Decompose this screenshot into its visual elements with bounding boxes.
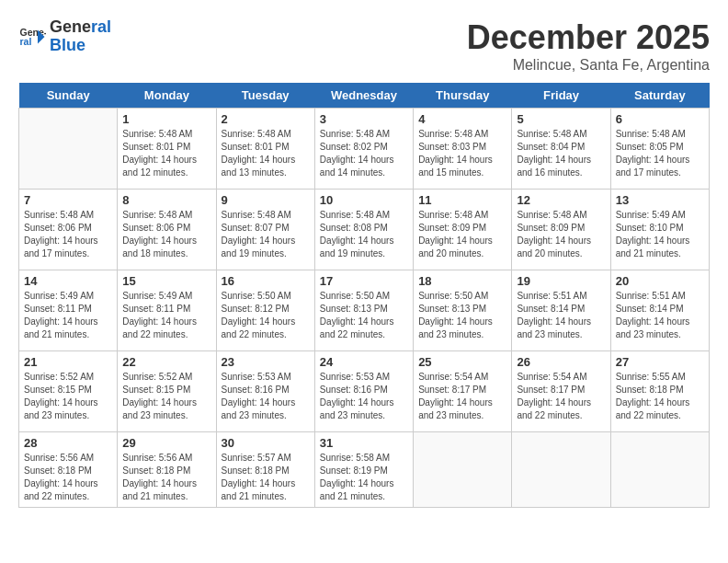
day-info: Sunrise: 5:49 AMSunset: 8:10 PMDaylight:… [616, 209, 704, 260]
day-number: 10 [320, 193, 408, 207]
day-header-friday: Friday [512, 83, 610, 109]
subtitle: Melincue, Santa Fe, Argentina [467, 57, 710, 74]
day-number: 16 [222, 274, 310, 288]
day-info: Sunrise: 5:48 AMSunset: 8:01 PMDaylight:… [122, 128, 210, 179]
day-number: 3 [320, 112, 408, 126]
calendar-cell [610, 432, 709, 508]
calendar-cell: 24Sunrise: 5:53 AMSunset: 8:16 PMDayligh… [314, 351, 413, 432]
month-title: December 2025 [467, 18, 710, 57]
calendar-cell: 26Sunrise: 5:54 AMSunset: 8:17 PMDayligh… [512, 351, 610, 432]
day-info: Sunrise: 5:48 AMSunset: 8:04 PMDaylight:… [517, 128, 605, 179]
calendar-cell [512, 432, 610, 508]
day-number: 20 [616, 274, 704, 288]
day-number: 22 [122, 355, 210, 369]
day-number: 14 [24, 274, 112, 288]
calendar-cell: 20Sunrise: 5:51 AMSunset: 8:14 PMDayligh… [610, 270, 709, 351]
calendar-cell: 14Sunrise: 5:49 AMSunset: 8:11 PMDayligh… [19, 270, 118, 351]
day-number: 29 [122, 436, 210, 450]
day-number: 17 [320, 274, 408, 288]
calendar-cell: 22Sunrise: 5:52 AMSunset: 8:15 PMDayligh… [118, 351, 216, 432]
day-number: 12 [517, 193, 605, 207]
day-header-wednesday: Wednesday [314, 83, 413, 109]
day-info: Sunrise: 5:48 AMSunset: 8:06 PMDaylight:… [24, 209, 112, 260]
calendar-cell: 11Sunrise: 5:48 AMSunset: 8:09 PMDayligh… [414, 190, 512, 270]
calendar-week-row: 1Sunrise: 5:48 AMSunset: 8:01 PMDaylight… [19, 109, 710, 190]
day-info: Sunrise: 5:48 AMSunset: 8:08 PMDaylight:… [320, 209, 408, 260]
day-info: Sunrise: 5:51 AMSunset: 8:14 PMDaylight:… [616, 290, 704, 341]
day-number: 21 [24, 355, 112, 369]
day-info: Sunrise: 5:48 AMSunset: 8:07 PMDaylight:… [222, 209, 310, 260]
day-number: 11 [418, 193, 506, 207]
calendar-cell [414, 432, 512, 508]
day-info: Sunrise: 5:48 AMSunset: 8:05 PMDaylight:… [616, 128, 704, 179]
day-header-monday: Monday [118, 83, 216, 109]
day-header-thursday: Thursday [414, 83, 512, 109]
day-info: Sunrise: 5:55 AMSunset: 8:18 PMDaylight:… [616, 371, 704, 422]
calendar-cell: 27Sunrise: 5:55 AMSunset: 8:18 PMDayligh… [610, 351, 709, 432]
day-number: 13 [616, 193, 704, 207]
calendar-cell: 5Sunrise: 5:48 AMSunset: 8:04 PMDaylight… [512, 109, 610, 190]
calendar-cell: 23Sunrise: 5:53 AMSunset: 8:16 PMDayligh… [216, 351, 314, 432]
day-header-tuesday: Tuesday [216, 83, 314, 109]
day-number: 28 [24, 436, 112, 450]
calendar-cell: 25Sunrise: 5:54 AMSunset: 8:17 PMDayligh… [414, 351, 512, 432]
calendar-cell: 15Sunrise: 5:49 AMSunset: 8:11 PMDayligh… [118, 270, 216, 351]
calendar-week-row: 14Sunrise: 5:49 AMSunset: 8:11 PMDayligh… [19, 270, 710, 351]
day-number: 23 [222, 355, 310, 369]
calendar-cell: 17Sunrise: 5:50 AMSunset: 8:13 PMDayligh… [314, 270, 413, 351]
calendar-body: 1Sunrise: 5:48 AMSunset: 8:01 PMDaylight… [19, 109, 710, 508]
calendar-cell: 1Sunrise: 5:48 AMSunset: 8:01 PMDaylight… [118, 109, 216, 190]
day-number: 2 [222, 112, 310, 126]
day-info: Sunrise: 5:49 AMSunset: 8:11 PMDaylight:… [24, 290, 112, 341]
logo: Gene- ral General Blue [18, 18, 111, 55]
day-number: 30 [222, 436, 310, 450]
calendar-cell: 2Sunrise: 5:48 AMSunset: 8:01 PMDaylight… [216, 109, 314, 190]
day-number: 8 [122, 193, 210, 207]
page-header: Gene- ral General Blue December 2025 Mel… [18, 18, 710, 74]
calendar-week-row: 28Sunrise: 5:56 AMSunset: 8:18 PMDayligh… [19, 432, 710, 508]
day-info: Sunrise: 5:48 AMSunset: 8:09 PMDaylight:… [418, 209, 506, 260]
calendar-cell: 16Sunrise: 5:50 AMSunset: 8:12 PMDayligh… [216, 270, 314, 351]
title-area: December 2025 Melincue, Santa Fe, Argent… [467, 18, 710, 74]
day-info: Sunrise: 5:48 AMSunset: 8:01 PMDaylight:… [222, 128, 310, 179]
day-number: 1 [122, 112, 210, 126]
day-number: 4 [418, 112, 506, 126]
day-info: Sunrise: 5:48 AMSunset: 8:03 PMDaylight:… [418, 128, 506, 179]
day-number: 27 [616, 355, 704, 369]
day-info: Sunrise: 5:48 AMSunset: 8:09 PMDaylight:… [517, 209, 605, 260]
day-info: Sunrise: 5:58 AMSunset: 8:19 PMDaylight:… [320, 452, 408, 503]
day-number: 18 [418, 274, 506, 288]
day-info: Sunrise: 5:57 AMSunset: 8:18 PMDaylight:… [222, 452, 310, 503]
calendar-cell: 4Sunrise: 5:48 AMSunset: 8:03 PMDaylight… [414, 109, 512, 190]
day-info: Sunrise: 5:50 AMSunset: 8:13 PMDaylight:… [320, 290, 408, 341]
logo-icon: Gene- ral [18, 23, 46, 51]
calendar-table: SundayMondayTuesdayWednesdayThursdayFrid… [18, 83, 710, 508]
day-number: 19 [517, 274, 605, 288]
calendar-cell: 9Sunrise: 5:48 AMSunset: 8:07 PMDaylight… [216, 190, 314, 270]
day-info: Sunrise: 5:54 AMSunset: 8:17 PMDaylight:… [517, 371, 605, 422]
day-info: Sunrise: 5:48 AMSunset: 8:02 PMDaylight:… [320, 128, 408, 179]
logo-text: General Blue [50, 18, 111, 55]
day-info: Sunrise: 5:54 AMSunset: 8:17 PMDaylight:… [418, 371, 506, 422]
calendar-cell: 30Sunrise: 5:57 AMSunset: 8:18 PMDayligh… [216, 432, 314, 508]
calendar-week-row: 7Sunrise: 5:48 AMSunset: 8:06 PMDaylight… [19, 190, 710, 270]
day-info: Sunrise: 5:50 AMSunset: 8:13 PMDaylight:… [418, 290, 506, 341]
day-number: 25 [418, 355, 506, 369]
day-info: Sunrise: 5:53 AMSunset: 8:16 PMDaylight:… [320, 371, 408, 422]
calendar-cell: 6Sunrise: 5:48 AMSunset: 8:05 PMDaylight… [610, 109, 709, 190]
day-number: 5 [517, 112, 605, 126]
calendar-week-row: 21Sunrise: 5:52 AMSunset: 8:15 PMDayligh… [19, 351, 710, 432]
calendar-cell: 21Sunrise: 5:52 AMSunset: 8:15 PMDayligh… [19, 351, 118, 432]
calendar-cell: 8Sunrise: 5:48 AMSunset: 8:06 PMDaylight… [118, 190, 216, 270]
day-number: 7 [24, 193, 112, 207]
day-info: Sunrise: 5:56 AMSunset: 8:18 PMDaylight:… [122, 452, 210, 503]
svg-text:ral: ral [20, 36, 32, 47]
day-number: 24 [320, 355, 408, 369]
day-number: 6 [616, 112, 704, 126]
day-info: Sunrise: 5:52 AMSunset: 8:15 PMDaylight:… [122, 371, 210, 422]
day-number: 31 [320, 436, 408, 450]
day-info: Sunrise: 5:48 AMSunset: 8:06 PMDaylight:… [122, 209, 210, 260]
calendar-cell: 19Sunrise: 5:51 AMSunset: 8:14 PMDayligh… [512, 270, 610, 351]
day-number: 15 [122, 274, 210, 288]
calendar-cell: 7Sunrise: 5:48 AMSunset: 8:06 PMDaylight… [19, 190, 118, 270]
